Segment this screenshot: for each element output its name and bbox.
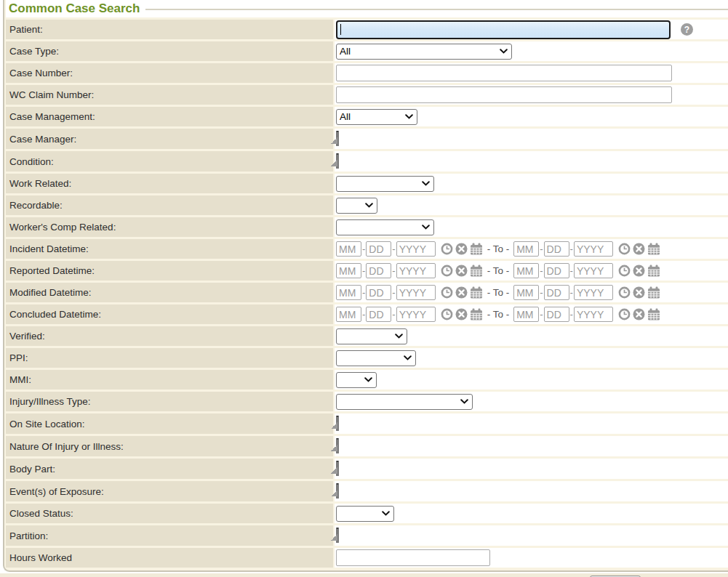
clock-icon[interactable] xyxy=(618,243,631,255)
concluded-from-month-input[interactable] xyxy=(336,307,361,322)
reported-to-month-input[interactable] xyxy=(513,263,539,278)
modified-from-year-input[interactable] xyxy=(396,285,436,300)
mmi-select[interactable] xyxy=(336,372,377,388)
nature-of-injury-textarea[interactable] xyxy=(336,440,339,453)
clock-icon[interactable] xyxy=(618,308,631,320)
injury-illness-type-select[interactable] xyxy=(336,394,473,410)
condition-textarea[interactable] xyxy=(336,155,339,168)
incident-to-month-input[interactable] xyxy=(513,241,539,257)
clear-icon[interactable] xyxy=(633,286,645,299)
ppi-select[interactable] xyxy=(336,350,416,366)
clear-icon[interactable] xyxy=(455,243,468,255)
verified-select[interactable] xyxy=(336,328,407,344)
case-type-select[interactable]: All xyxy=(336,44,512,60)
incident-from-day-input[interactable] xyxy=(366,241,391,257)
resize-handle-icon[interactable] xyxy=(331,445,337,451)
incident-to-day-input[interactable] xyxy=(544,241,569,257)
chevron-down-icon xyxy=(422,181,430,186)
clock-icon[interactable] xyxy=(618,286,631,299)
reported-datetime-label: Reported Datetime: xyxy=(6,261,333,281)
reported-to-day-input[interactable] xyxy=(544,263,569,278)
clear-icon[interactable] xyxy=(633,243,645,255)
resize-handle-icon[interactable] xyxy=(331,490,337,496)
reported-to-year-input[interactable] xyxy=(574,263,613,278)
clock-icon[interactable] xyxy=(618,265,631,277)
calendar-icon[interactable] xyxy=(647,265,660,277)
clock-icon[interactable] xyxy=(441,243,453,255)
concluded-to-month-input[interactable] xyxy=(513,307,539,322)
injury-illness-type-label: Injury/Illness Type: xyxy=(6,392,333,411)
modified-datetime-label: Modified Datetime: xyxy=(6,283,333,302)
reported-from-day-input[interactable] xyxy=(366,263,391,278)
on-site-location-textarea[interactable] xyxy=(336,417,339,430)
calendar-icon[interactable] xyxy=(470,243,483,255)
resize-handle-icon[interactable] xyxy=(331,422,337,429)
clear-icon[interactable] xyxy=(455,308,468,320)
hours-worked-input[interactable] xyxy=(336,549,490,566)
concluded-from-year-input[interactable] xyxy=(396,307,436,322)
resize-handle-icon[interactable] xyxy=(331,137,337,144)
patient-label: Patient: xyxy=(6,20,333,39)
clear-icon[interactable] xyxy=(455,265,468,277)
form-row-workers-comp-related: Worker's Comp Related: xyxy=(6,217,728,237)
reported-from-month-input[interactable] xyxy=(336,263,361,278)
reported-from-year-input[interactable] xyxy=(396,263,436,278)
form-row-on-site-location: On Site Location: xyxy=(6,413,728,434)
chevron-down-icon xyxy=(405,114,413,119)
to-label: - To - xyxy=(487,287,510,298)
resize-handle-icon[interactable] xyxy=(331,534,337,541)
workers-comp-related-select[interactable] xyxy=(336,219,434,235)
modified-to-year-input[interactable] xyxy=(574,285,613,300)
patient-input[interactable] xyxy=(336,20,671,39)
concluded-to-year-input[interactable] xyxy=(574,307,613,322)
incident-to-year-input[interactable] xyxy=(574,241,613,257)
incident-from-year-input[interactable] xyxy=(396,241,436,257)
calendar-icon[interactable] xyxy=(470,308,483,320)
modified-to-day-input[interactable] xyxy=(544,285,569,300)
clock-icon[interactable] xyxy=(441,308,453,320)
recordable-select[interactable] xyxy=(336,198,377,214)
clear-icon[interactable] xyxy=(455,286,468,299)
closed-status-select[interactable] xyxy=(336,506,394,522)
resize-handle-icon[interactable] xyxy=(331,467,337,474)
partition-textarea[interactable] xyxy=(336,529,339,542)
resize-handle-icon[interactable] xyxy=(331,160,337,166)
case-manager-label: Case Manager: xyxy=(6,129,333,149)
modified-from-month-input[interactable] xyxy=(336,285,361,300)
case-management-label: Case Management: xyxy=(6,107,333,126)
form-row-injury-illness-type: Injury/Illness Type: xyxy=(6,392,728,411)
incident-from-month-input[interactable] xyxy=(336,241,361,257)
form-row-case-number: Case Number: xyxy=(6,63,728,83)
calendar-icon[interactable] xyxy=(647,243,660,255)
case-number-input[interactable] xyxy=(336,65,672,81)
form-row-body-part: Body Part: xyxy=(6,459,728,479)
concluded-from-day-input[interactable] xyxy=(366,307,391,322)
modified-to-month-input[interactable] xyxy=(513,285,539,300)
case-type-selected-value: All xyxy=(340,46,351,57)
case-manager-textarea[interactable] xyxy=(336,132,339,145)
events-of-exposure-textarea[interactable] xyxy=(336,485,339,498)
body-part-textarea[interactable] xyxy=(336,462,339,475)
chevron-down-icon xyxy=(382,511,390,516)
form-row-hours-worked: Hours Worked xyxy=(6,548,728,568)
calendar-icon[interactable] xyxy=(647,308,660,320)
form-row-mmi: MMI: xyxy=(6,370,728,390)
clock-icon[interactable] xyxy=(441,265,453,277)
concluded-to-day-input[interactable] xyxy=(544,307,569,322)
help-icon[interactable]: ? xyxy=(681,23,693,36)
clear-icon[interactable] xyxy=(633,265,645,277)
calendar-icon[interactable] xyxy=(470,265,483,277)
mmi-label: MMI: xyxy=(6,370,333,390)
panel-header: Common Case Search xyxy=(6,0,728,17)
clock-icon[interactable] xyxy=(441,286,453,299)
case-management-select[interactable]: All xyxy=(336,109,417,125)
wc-claim-number-input[interactable] xyxy=(336,86,672,103)
calendar-icon[interactable] xyxy=(647,286,660,299)
chevron-down-icon xyxy=(422,225,430,230)
clear-icon[interactable] xyxy=(633,308,645,320)
concluded-datetime-label: Concluded Datetime: xyxy=(6,304,333,324)
modified-from-day-input[interactable] xyxy=(366,285,391,300)
work-related-select[interactable] xyxy=(336,176,434,192)
wc-claim-number-label: WC Claim Number: xyxy=(6,85,333,105)
calendar-icon[interactable] xyxy=(470,286,483,299)
